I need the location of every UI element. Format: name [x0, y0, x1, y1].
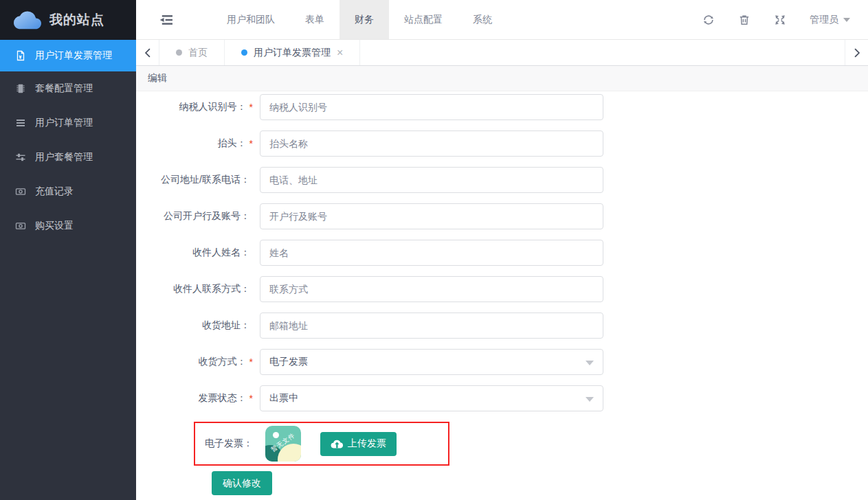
sidebar-item-label: 充值记录: [35, 185, 74, 198]
trash-icon[interactable]: [738, 14, 750, 26]
topbar: 用户和团队 表单 财务 站点配置 系统: [136, 0, 868, 40]
select-value: 电子发票: [269, 356, 308, 368]
expand-icon[interactable]: [774, 14, 786, 26]
invoice-status-select[interactable]: 出票中: [260, 385, 603, 411]
company-address-input[interactable]: [260, 167, 603, 193]
site-logo[interactable]: 我的站点: [0, 0, 136, 40]
sidebar-item-purchase-settings[interactable]: 购买设置: [0, 209, 136, 243]
order-list-icon: [15, 117, 26, 128]
sidebar-item-label: 用户套餐管理: [35, 151, 93, 163]
cloud-upload-icon: [331, 439, 343, 448]
field-label: 收货方式：: [199, 356, 247, 368]
form-row-taxpayer-id: 纳税人识别号：*: [136, 94, 868, 120]
top-nav: 用户和团队 表单 财务 站点配置 系统: [212, 0, 507, 39]
taxpayer-id-input[interactable]: [260, 94, 603, 120]
field-label: 收件人联系方式：: [173, 283, 250, 295]
sidebar-item-order-management[interactable]: 用户订单管理: [0, 106, 136, 140]
package-config-icon: [15, 83, 26, 94]
main-area: 用户和团队 表单 财务 站点配置 系统: [136, 0, 868, 500]
field-label: 收件人姓名：: [192, 247, 250, 259]
upload-button-label: 上传发票: [348, 438, 386, 450]
delivery-address-input[interactable]: [260, 312, 603, 339]
field-label: 公司地址/联系电话：: [161, 174, 250, 186]
cloud-logo-icon: [14, 10, 41, 30]
invoice-file-icon: [15, 50, 26, 61]
sidebar-item-user-package[interactable]: 用户套餐管理: [0, 140, 136, 174]
form-row-delivery-address: 收货地址：: [136, 312, 868, 339]
edit-form: 纳税人识别号：* 抬头：* 公司地址/联系电话： 公司开户行及账号： 收件人姓名…: [136, 91, 868, 500]
tab-label: 用户订单发票管理: [254, 47, 331, 59]
invoice-file-thumbnail[interactable]: 暂无文件: [265, 426, 301, 462]
required-mark: *: [249, 138, 253, 149]
form-row-company-address: 公司地址/联系电话：: [136, 167, 868, 193]
thumbnail-decor-dot: [273, 432, 279, 438]
field-label: 公司开户行及账号：: [164, 210, 250, 223]
admin-user-label: 管理员: [810, 14, 838, 26]
chevron-down-icon: [843, 18, 850, 22]
tab-label: 首页: [188, 47, 208, 59]
confirm-changes-button[interactable]: 确认修改: [212, 471, 272, 495]
top-nav-system[interactable]: 系统: [458, 0, 507, 39]
recipient-contact-input[interactable]: [260, 276, 603, 302]
sidebar-item-invoice-management[interactable]: 用户订单发票管理: [0, 40, 136, 71]
bank-account-input[interactable]: [260, 203, 603, 229]
required-mark: *: [249, 356, 253, 367]
top-nav-forms[interactable]: 表单: [290, 0, 340, 39]
tab-scroll-right-icon[interactable]: [845, 40, 868, 65]
sidebar-collapse-icon[interactable]: [148, 0, 184, 39]
admin-user-menu[interactable]: 管理员: [810, 14, 850, 26]
required-mark: *: [249, 393, 253, 404]
field-label: 发票状态：: [199, 392, 247, 405]
required-mark: *: [249, 102, 253, 113]
e-invoice-upload-highlight-box: 电子发票： 暂无文件 上传发票: [194, 422, 449, 466]
refresh-icon[interactable]: [702, 14, 715, 26]
app-window: 我的站点 用户订单发票管理: [0, 0, 868, 500]
chevron-down-icon: [586, 397, 594, 402]
form-row-bank-account: 公司开户行及账号：: [136, 203, 868, 229]
chevron-down-icon: [586, 361, 594, 365]
sidebar-item-label: 套餐配置管理: [35, 82, 93, 95]
field-label: 电子发票：: [201, 438, 253, 450]
select-value: 出票中: [269, 392, 298, 405]
top-nav-finance[interactable]: 财务: [340, 0, 389, 39]
form-row-invoice-title: 抬头：*: [136, 130, 868, 157]
sidebar-menu: 用户订单发票管理 套餐配置管理: [0, 40, 136, 243]
field-label: 抬头：: [218, 137, 247, 150]
sliders-icon: [15, 152, 26, 163]
site-title: 我的站点: [49, 11, 104, 29]
tab-invoice-management[interactable]: 用户订单发票管理 ×: [225, 40, 360, 65]
delivery-method-select[interactable]: 电子发票: [260, 349, 603, 375]
breadcrumb: 编辑: [136, 66, 868, 91]
tab-home[interactable]: 首页: [159, 40, 225, 65]
sidebar-item-package-config[interactable]: 套餐配置管理: [0, 71, 136, 106]
sidebar-item-label: 购买设置: [35, 220, 74, 232]
invoice-title-input[interactable]: [260, 130, 603, 157]
upload-invoice-button[interactable]: 上传发票: [320, 432, 397, 456]
form-row-recipient-name: 收件人姓名：: [136, 240, 868, 266]
tab-status-dot: [241, 49, 247, 56]
top-nav-site-config[interactable]: 站点配置: [389, 0, 458, 39]
field-label: 收货地址：: [202, 319, 250, 332]
field-label: 纳税人识别号：: [179, 101, 247, 113]
form-row-delivery-method: 收货方式：* 电子发票: [136, 349, 868, 375]
sidebar-item-recharge-records[interactable]: 充值记录: [0, 174, 136, 209]
tab-scroll-left-icon[interactable]: [136, 40, 159, 65]
topbar-actions: 管理员: [702, 0, 868, 39]
top-nav-users-teams[interactable]: 用户和团队: [212, 0, 290, 39]
banknote-icon: [15, 220, 26, 231]
sidebar: 我的站点 用户订单发票管理: [0, 0, 136, 500]
form-row-recipient-contact: 收件人联系方式：: [136, 276, 868, 302]
close-icon[interactable]: ×: [337, 47, 343, 58]
form-row-invoice-status: 发票状态：* 出票中: [136, 385, 868, 411]
tab-status-dot: [176, 49, 182, 56]
sidebar-item-label: 用户订单发票管理: [35, 49, 112, 62]
sidebar-item-label: 用户订单管理: [35, 117, 93, 129]
page-title: 编辑: [148, 72, 167, 84]
banknote-icon: [15, 186, 26, 197]
recipient-name-input[interactable]: [260, 240, 603, 266]
tabbar: 首页 用户订单发票管理 ×: [136, 40, 868, 66]
